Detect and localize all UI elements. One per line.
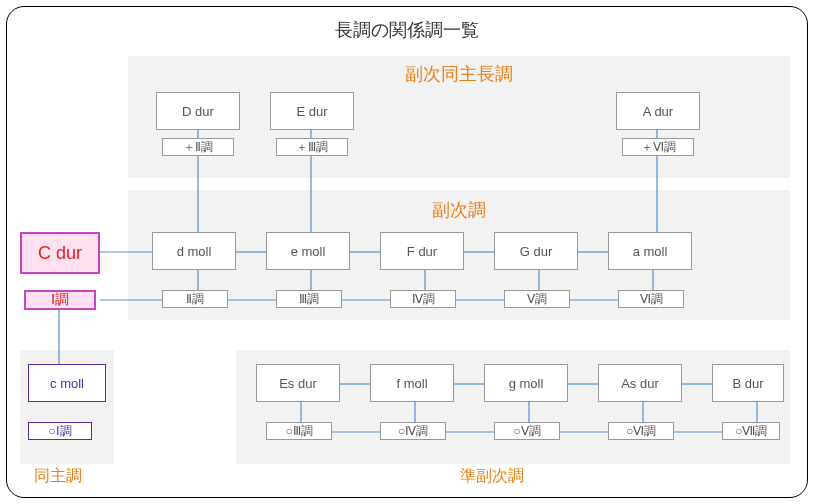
mid-deg-1: Ⅲ調 [276,290,342,308]
mid-key-3: G dur [494,232,578,270]
bot-deg-2: ○Ⅴ調 [494,422,560,440]
bot-key-1: f moll [370,364,454,402]
upper-key-2: A dur [616,92,700,130]
parallel-key-box: c moll [28,364,106,402]
mid-key-4: a moll [608,232,692,270]
upper-key-1: E dur [270,92,354,130]
section-title-parallel: 同主調 [34,466,82,487]
upper-deg-1: ＋Ⅲ調 [276,138,348,156]
bot-deg-4: ○Ⅶ調 [722,422,780,440]
section-title-bottom: 準副次調 [460,466,524,487]
bot-deg-0: ○Ⅲ調 [266,422,332,440]
bot-key-4: B dur [712,364,784,402]
bot-key-3: As dur [598,364,682,402]
mid-key-0: d moll [152,232,236,270]
mid-deg-0: Ⅱ調 [162,290,228,308]
upper-deg-2: ＋Ⅵ調 [622,138,694,156]
bot-key-2: g moll [484,364,568,402]
mid-deg-2: Ⅳ調 [390,290,456,308]
upper-deg-0: ＋Ⅱ調 [162,138,234,156]
mid-deg-4: Ⅵ調 [618,290,684,308]
bot-deg-1: ○Ⅳ調 [380,422,446,440]
section-title-upper: 副次同主長調 [128,62,790,86]
mid-deg-3: Ⅴ調 [504,290,570,308]
main-degree-box: Ⅰ調 [24,290,96,310]
upper-key-0: D dur [156,92,240,130]
section-title-middle: 副次調 [128,198,790,222]
main-key-box: C dur [20,232,100,274]
bot-deg-3: ○Ⅵ調 [608,422,674,440]
page-title: 長調の関係調一覧 [0,18,814,42]
bot-key-0: Es dur [256,364,340,402]
mid-key-1: e moll [266,232,350,270]
mid-key-2: F dur [380,232,464,270]
parallel-degree-box: ○Ⅰ調 [28,422,92,440]
